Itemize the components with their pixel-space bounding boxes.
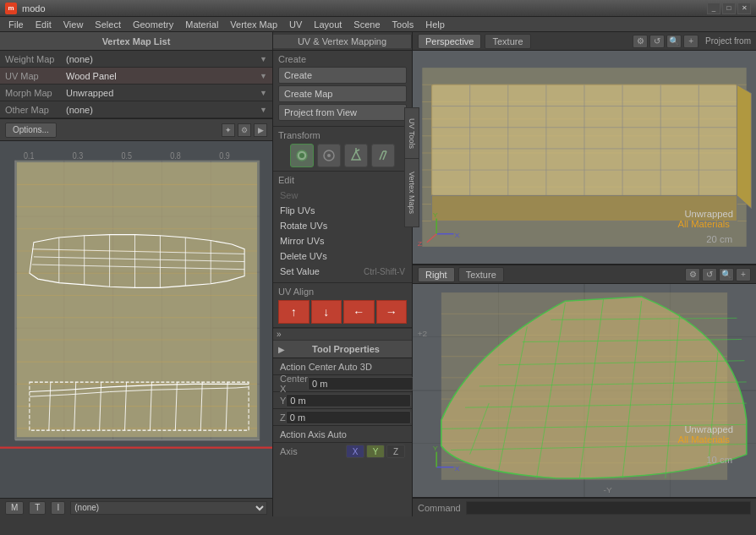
vp-ctrl-3[interactable]: 🔍 [666, 35, 682, 48]
uv-map-row[interactable]: UV Map Wood Panel ▼ [0, 68, 272, 85]
other-map-row[interactable]: Other Map (none) ▼ [0, 101, 272, 118]
tab-texture-persp[interactable]: Texture [485, 34, 530, 49]
menu-tools[interactable]: Tools [387, 19, 419, 30]
menu-file[interactable]: File [3, 19, 29, 30]
right-vp-ctrl-2[interactable]: ↺ [702, 268, 717, 281]
menu-material[interactable]: Material [180, 19, 223, 30]
svg-text:0.8: 0.8 [170, 150, 180, 161]
transform-icon-rotate[interactable] [317, 144, 341, 167]
weight-map-value: (none) [66, 54, 260, 64]
command-bar: Command [413, 498, 756, 516]
morph-map-value: Unwrapped [66, 88, 260, 98]
tab-texture-right[interactable]: Texture [458, 267, 504, 282]
maximize-button[interactable]: □ [722, 3, 736, 14]
weight-map-label: Weight Map [5, 54, 66, 64]
vp-ctrl-2[interactable]: ↺ [649, 35, 665, 48]
center-z-input[interactable] [286, 411, 411, 424]
main-layout: Vertex Map List Weight Map (none) ▼ UV M… [0, 32, 756, 516]
morph-map-row[interactable]: Morph Map Unwrapped ▼ [0, 85, 272, 101]
action-axis-row: Action Axis Auto [273, 426, 412, 443]
status-bar: M T I (none) [0, 498, 272, 516]
align-bottom-button[interactable]: ↓ [311, 300, 342, 324]
delete-uvs-item[interactable]: Delete UVs [278, 248, 407, 264]
status-i-button[interactable]: I [51, 501, 65, 515]
perspective-viewport-container[interactable]: Perspective Texture ⚙ ↺ 🔍 + Project from [413, 32, 756, 265]
right-vp-ctrl-3[interactable]: 🔍 [719, 268, 734, 281]
svg-text:10 cm: 10 cm [706, 455, 732, 464]
rotate-uvs-item[interactable]: Rotate UVs [278, 218, 407, 233]
transform-icon-shear[interactable] [371, 144, 395, 167]
tab-right[interactable]: Right [418, 267, 455, 282]
expand-panel-button[interactable]: » [273, 328, 412, 340]
tool-props-collapse[interactable]: ▶ [278, 345, 285, 354]
command-input[interactable] [466, 501, 751, 515]
morph-map-arrow: ▼ [260, 89, 267, 97]
menu-select[interactable]: Select [90, 19, 126, 30]
options-button[interactable]: Options... [5, 123, 57, 138]
create-button[interactable]: Create [278, 67, 407, 84]
edit-section-title: Edit [278, 175, 407, 185]
right-panels: Perspective Texture ⚙ ↺ 🔍 + Project from [413, 32, 756, 516]
center-x-label: Center X [280, 374, 308, 394]
center-y-input[interactable] [286, 394, 411, 407]
menu-help[interactable]: Help [420, 19, 450, 30]
status-t-button[interactable]: T [29, 501, 46, 515]
svg-text:Y: Y [433, 210, 438, 218]
flip-uvs-item[interactable]: Flip UVs [278, 203, 407, 218]
right-vp-ctrl-1[interactable]: ⚙ [685, 268, 700, 281]
project-from-view-button[interactable]: Project from View [278, 104, 407, 121]
center-x-row: Center X ▶ [273, 375, 412, 392]
right-vp-ctrl-4[interactable]: + [736, 268, 751, 281]
menu-scene[interactable]: Scene [348, 19, 385, 30]
options-icon-1[interactable]: ✦ [222, 123, 235, 137]
svg-marker-90 [737, 85, 751, 208]
middle-tabs: UV & Vertex Mapping [273, 32, 412, 51]
tab-perspective[interactable]: Perspective [418, 34, 481, 49]
align-left-button[interactable]: ← [343, 300, 375, 324]
vp-ctrl-4[interactable]: + [683, 35, 698, 48]
z-axis-button[interactable]: Z [386, 445, 405, 458]
x-axis-button[interactable]: X [346, 445, 364, 458]
menu-uv[interactable]: UV [284, 19, 307, 30]
create-map-button[interactable]: Create Map [278, 85, 407, 102]
close-button[interactable]: ✕ [737, 3, 751, 14]
set-value-item[interactable]: Set Value Ctrl-Shift-V [278, 264, 407, 279]
options-icon-3[interactable]: ▶ [254, 123, 267, 137]
menu-layout[interactable]: Layout [309, 19, 347, 30]
status-m-button[interactable]: M [5, 501, 24, 515]
transform-icon-move[interactable] [290, 144, 314, 167]
expand-icon: » [277, 330, 282, 339]
mirror-uvs-item[interactable]: Mirror UVs [278, 233, 407, 248]
svg-point-60 [327, 154, 331, 157]
right-viewport-container[interactable]: Right Texture ⚙ ↺ 🔍 + [413, 265, 756, 498]
uv-tools-tab[interactable]: UV Tools [404, 107, 419, 160]
tab-uv-vertex-mapping[interactable]: UV & Vertex Mapping [273, 35, 412, 48]
edit-section: Edit Sew Flip UVs Rotate UVs Mirror UVs … [273, 172, 412, 283]
create-section: Create Create Create Map Project from Vi… [273, 51, 412, 127]
minimize-button[interactable]: _ [707, 3, 720, 14]
uv-viewport[interactable]: +V [0, 141, 272, 498]
vertex-maps-tab[interactable]: Vertex Maps [404, 158, 419, 227]
svg-rect-22 [17, 162, 257, 437]
other-map-arrow: ▼ [260, 106, 267, 114]
project-label: Project from [705, 36, 751, 46]
align-top-button[interactable]: ↑ [278, 300, 310, 324]
tool-properties-panel: ▶ Tool Properties Action Center Auto 3D … [273, 340, 412, 460]
options-icon-2[interactable]: ⚙ [238, 123, 251, 137]
menu-vertexmap[interactable]: Vertex Map [225, 19, 282, 30]
center-y-label: Y [280, 396, 286, 406]
center-y-row: Y ▶ [273, 392, 412, 409]
menu-edit[interactable]: Edit [30, 19, 57, 30]
vp-ctrl-1[interactable]: ⚙ [633, 35, 648, 48]
align-right-button[interactable]: → [376, 300, 408, 324]
weight-map-row[interactable]: Weight Map (none) ▼ [0, 51, 272, 68]
transform-icon-scale[interactable] [344, 144, 368, 167]
y-axis-button[interactable]: Y [366, 445, 385, 458]
status-select[interactable]: (none) [70, 501, 267, 515]
menu-geometry[interactable]: Geometry [128, 19, 178, 30]
svg-text:0.3: 0.3 [73, 150, 83, 161]
transform-icon-group [278, 144, 407, 167]
svg-text:X: X [455, 464, 460, 472]
center-z-input-wrapper: ▶ [286, 411, 418, 424]
menu-view[interactable]: View [58, 19, 89, 30]
